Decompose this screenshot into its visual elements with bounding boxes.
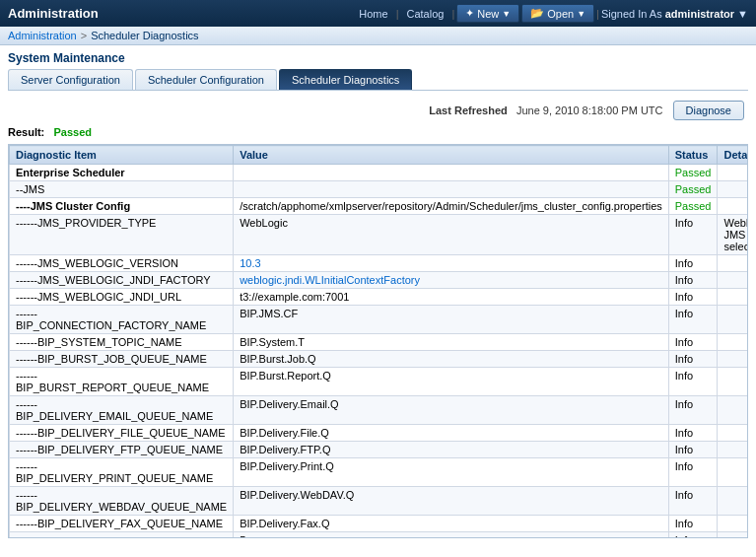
cell-status: Info [668, 368, 718, 396]
table-row: ------BIP_DELIVERY_PRINT_QUEUE_NAMEBIP.D… [10, 458, 749, 487]
cell-value: BIP.System.T [234, 334, 669, 351]
cell-value: 5 [234, 532, 669, 539]
app-title: Administration [8, 6, 99, 21]
cell-details [718, 516, 748, 532]
cell-details [718, 181, 748, 198]
cell-item: ------BIP_DELIVERY_PRINT_QUEUE_NAME [10, 458, 234, 487]
cell-status: Info [668, 532, 718, 539]
tab-server-configuration[interactable]: Server Configuration [8, 69, 133, 90]
section-title: System Maintenance [8, 51, 748, 65]
cell-details [718, 306, 748, 334]
home-link[interactable]: Home [353, 6, 393, 22]
cell-status: Info [668, 215, 718, 255]
cell-item: ------BIP_DELIVERY_FTP_QUEUE_NAME [10, 442, 234, 458]
cell-item: ------BIP_DELIVERY_FILE_QUEUE_NAME [10, 425, 234, 442]
cell-value: BIP.Delivery.Print.Q [234, 458, 669, 487]
cell-status: Passed [668, 165, 718, 181]
cell-details [718, 458, 748, 487]
cell-details [718, 351, 748, 368]
cell-value: t3://example.com:7001 [234, 289, 669, 306]
cell-status: Info [668, 396, 718, 425]
cell-item: ------JMS_WEBLOGIC_JNDI_URL [10, 289, 234, 306]
cell-status: Passed [668, 198, 718, 215]
table-row: Enterprise SchedulerPassed [10, 165, 749, 181]
cell-value: BIP.Delivery.FTP.Q [234, 442, 669, 458]
diagnostics-table-wrapper[interactable]: Diagnostic Item Value Status Details Ent… [8, 144, 748, 538]
open-label: Open [547, 8, 574, 20]
content-area: System Maintenance Server Configuration … [0, 45, 756, 544]
col-header-details: Details [718, 146, 748, 165]
cell-details [718, 255, 748, 272]
cell-details [718, 289, 748, 306]
breadcrumb-admin-link[interactable]: Administration [8, 30, 77, 41]
new-icon: ✦ [465, 7, 474, 20]
diagnose-button[interactable]: Diagnose [673, 101, 744, 120]
cell-value [234, 181, 669, 198]
username: administrator [665, 8, 734, 20]
status-bar: Last Refreshed June 9, 2010 8:18:00 PM U… [8, 99, 748, 122]
cell-status: Info [668, 255, 718, 272]
cell-value: /scratch/apphome/xmlpserver/repository/A… [234, 198, 669, 215]
signed-in-label: Signed In As administrator ▼ [601, 8, 748, 20]
cell-item: ------JMS_PROVIDER_TYPE [10, 215, 234, 255]
breadcrumb-separator: > [81, 30, 87, 41]
new-button[interactable]: ✦ New ▼ [456, 4, 519, 23]
top-nav: Home | Catalog | ✦ New ▼ 📂 Open ▼ | Sign… [353, 4, 748, 23]
cell-details [718, 442, 748, 458]
cell-value: BIP.Burst.Job.Q [234, 351, 669, 368]
cell-status: Info [668, 289, 718, 306]
cell-item: ------BIP_SYSTEM_TOPIC_NAME [10, 334, 234, 351]
breadcrumb-bar: Administration > Scheduler Diagnostics [0, 27, 756, 45]
catalog-link[interactable]: Catalog [400, 6, 449, 22]
table-row: ------JMS_WEBLOGIC_JNDI_URLt3://example.… [10, 289, 749, 306]
tab-scheduler-diagnostics[interactable]: Scheduler Diagnostics [279, 69, 412, 90]
cell-item: ------BIP_DELIVERY_WEBDAV_QUEUE_NAME [10, 487, 234, 516]
col-header-value: Value [234, 146, 669, 165]
top-bar: Administration Home | Catalog | ✦ New ▼ … [0, 0, 756, 27]
tab-scheduler-configuration[interactable]: Scheduler Configuration [135, 69, 277, 90]
cell-status: Info [668, 351, 718, 368]
cell-status: Info [668, 458, 718, 487]
user-arrow-icon: ▼ [737, 8, 748, 20]
cell-item: ------JMS_WEBLOGIC_JNDI_FACTORY [10, 272, 234, 289]
open-button[interactable]: 📂 Open ▼ [521, 4, 594, 23]
tab-bar: Server Configuration Scheduler Configura… [8, 69, 748, 91]
cell-details [718, 334, 748, 351]
breadcrumb-current: Scheduler Diagnostics [91, 30, 198, 41]
cell-status: Info [668, 306, 718, 334]
cell-status: Info [668, 425, 718, 442]
cell-details [718, 165, 748, 181]
diagnostics-table: Diagnostic Item Value Status Details Ent… [9, 145, 748, 538]
cell-item: ------BIP_DELIVERY_EMAIL_QUEUE_NAME [10, 396, 234, 425]
cell-status: Info [668, 272, 718, 289]
cell-details [718, 532, 748, 539]
cell-status: Info [668, 442, 718, 458]
open-arrow-icon: ▼ [577, 9, 585, 19]
table-row: ------BIP_CONNECTION_FACTORY_NAMEBIP.JMS… [10, 306, 749, 334]
col-header-item: Diagnostic Item [10, 146, 234, 165]
cell-item: --JMS [10, 181, 234, 198]
cell-item: ------JMS_WEBLOGIC_VERSION [10, 255, 234, 272]
new-arrow-icon: ▼ [502, 9, 511, 19]
cell-item: ------BIP_DELIVERY_FAX_QUEUE_NAME [10, 516, 234, 532]
cell-status: Info [668, 334, 718, 351]
last-refreshed: Last Refreshed June 9, 2010 8:18:00 PM U… [429, 104, 662, 116]
table-row: ------JMS_WEBLOGIC_JNDI_FACTORYweblogic.… [10, 272, 749, 289]
cell-status: Passed [668, 181, 718, 198]
cell-value: weblogic.jndi.WLInitialContextFactory [234, 272, 669, 289]
last-refreshed-label: Last Refreshed [429, 104, 507, 116]
cell-details [718, 487, 748, 516]
cell-status: Info [668, 516, 718, 532]
cell-value: BIP.Delivery.WebDAV.Q [234, 487, 669, 516]
result-row: Result: Passed [8, 126, 748, 138]
result-label: Result: [8, 126, 44, 138]
cell-item: ------BIP_BURST_JOB_QUEUE_NAME [10, 351, 234, 368]
col-header-status: Status [668, 146, 718, 165]
table-row: ------BIP_BURST_REPORT_QUEUE_NAMEBIP.Bur… [10, 368, 749, 396]
cell-value: BIP.Delivery.File.Q [234, 425, 669, 442]
cell-details [718, 272, 748, 289]
cell-value: BIP.Delivery.Email.Q [234, 396, 669, 425]
cell-value [234, 165, 669, 181]
result-value: Passed [53, 126, 92, 138]
cell-details: WebLogic JMS is selected. [718, 215, 748, 255]
